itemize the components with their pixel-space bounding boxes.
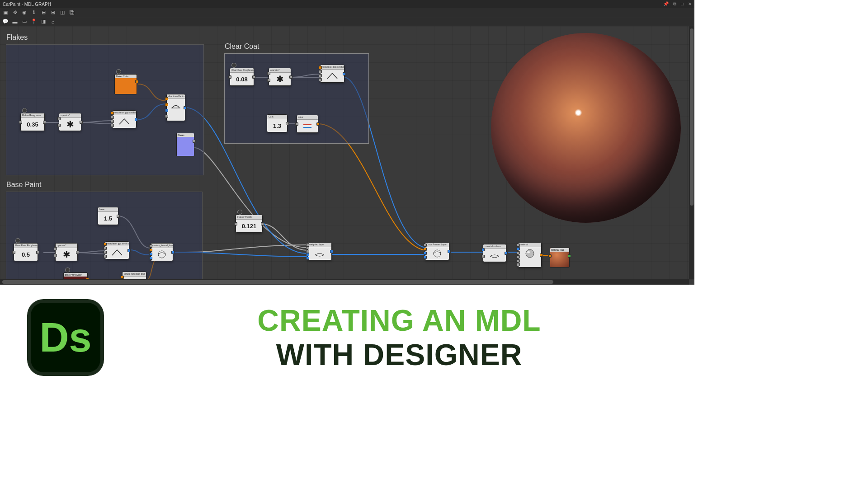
bsdf-icon bbox=[111, 246, 123, 259]
node-custom-layer[interactable]: Color Fresnel Layer bbox=[425, 242, 449, 260]
popout-icon[interactable]: ⧉ bbox=[673, 1, 676, 7]
frame-label: Clear Coat bbox=[225, 42, 259, 51]
sphere-icon bbox=[524, 247, 536, 260]
crop-icon[interactable]: ⿻ bbox=[69, 9, 75, 16]
node-cc-coat[interactable]: Coat 1.3 bbox=[267, 114, 288, 132]
vertical-scrollbar[interactable] bbox=[689, 26, 694, 279]
color-ramp-icon bbox=[301, 120, 314, 132]
node-output[interactable]: material (out) bbox=[550, 248, 570, 267]
select-icon[interactable]: ▣ bbox=[2, 9, 9, 16]
home-icon[interactable]: ⌂ bbox=[50, 19, 56, 25]
toolbar-row-2: 💬 ▬ ▭ 📍 ◨ ⌂ bbox=[0, 17, 694, 26]
pin-icon[interactable] bbox=[237, 210, 242, 215]
toolbar-row-1: ▣ ✥ ◉ ℹ ⊟ ⊞ ◫ ⿻ bbox=[0, 8, 694, 17]
info-icon[interactable]: ℹ bbox=[31, 9, 37, 16]
node-flakes-color[interactable]: Flakes Color bbox=[114, 74, 137, 94]
window-buttons: 📌 ⧉ □ ✕ bbox=[663, 1, 692, 7]
node-flakes-brdf[interactable]: microfacet ggx smith b... bbox=[112, 110, 137, 128]
svg-point-9 bbox=[526, 249, 534, 258]
node-weighted-layer[interactable]: weighted layer bbox=[307, 242, 332, 260]
surface-icon bbox=[488, 249, 501, 262]
designer-logo: Ds bbox=[27, 299, 104, 376]
node-bp-ior[interactable]: base 1.5 bbox=[98, 207, 118, 225]
camera-icon[interactable]: ◉ bbox=[21, 9, 28, 16]
node-bp-fresnel[interactable]: custom_fresnel_layer bbox=[151, 243, 173, 261]
layout-icon[interactable]: ⊞ bbox=[50, 9, 56, 16]
pin-icon[interactable] bbox=[231, 63, 236, 68]
node-surface-2[interactable]: material bbox=[518, 242, 542, 267]
fresnel-icon bbox=[431, 247, 443, 260]
preview-sphere bbox=[491, 33, 681, 223]
svg-point-8 bbox=[434, 250, 441, 257]
fresnel-icon bbox=[156, 248, 168, 261]
node-flakes-roughness[interactable]: Flakes Roughness 0.35 bbox=[20, 113, 45, 131]
pin-icon[interactable] bbox=[15, 238, 20, 243]
pin-icon[interactable] bbox=[65, 267, 70, 272]
titlebar: CarPaint - MDL GRAPH 📌 ⧉ □ ✕ bbox=[0, 0, 694, 8]
headline-2: WITH DESIGNER bbox=[276, 338, 523, 372]
node-bp-brdf[interactable]: microfacet ggx smith b... bbox=[105, 241, 129, 259]
node-directional-factor[interactable]: directional factor bbox=[166, 94, 185, 121]
pin-icon[interactable] bbox=[22, 108, 27, 113]
frame-label: Flakes bbox=[6, 33, 28, 42]
move-icon[interactable]: ✥ bbox=[12, 9, 18, 16]
frame-icon[interactable]: ▭ bbox=[21, 19, 28, 25]
svg-point-10 bbox=[527, 251, 530, 253]
frame-basepaint[interactable]: Base Paint bbox=[6, 192, 203, 285]
heatmap-icon[interactable]: ◨ bbox=[40, 19, 47, 25]
node-cc-mult[interactable]: operator* ✱ bbox=[269, 68, 291, 86]
frame-label: Base Paint bbox=[6, 181, 41, 189]
node-cc-color[interactable]: color bbox=[297, 115, 318, 133]
headline-1: CREATING AN MDL bbox=[257, 303, 541, 338]
graph-canvas[interactable]: Flakes Clear Coat Base Paint Flakes Roug… bbox=[0, 26, 694, 285]
node-flakes-mult[interactable]: operator* ✱ bbox=[59, 113, 81, 131]
align-icon[interactable]: ⊟ bbox=[40, 9, 47, 16]
dome-icon bbox=[170, 99, 182, 112]
snap-icon[interactable]: ◫ bbox=[59, 9, 66, 16]
window-title: CarPaint - MDL GRAPH bbox=[3, 2, 51, 7]
maximize-icon[interactable]: □ bbox=[681, 1, 684, 7]
node-cc-roughness[interactable]: Clear Coat Roughness 0.08 bbox=[230, 68, 254, 86]
layer-icon bbox=[313, 247, 326, 260]
minus-icon[interactable]: ▬ bbox=[12, 19, 18, 25]
footer-text: CREATING AN MDL WITH DESIGNER bbox=[131, 303, 667, 372]
node-flakes-weight[interactable]: Flakes Weight 0.121 bbox=[236, 215, 263, 233]
pin-tool-icon[interactable]: 📍 bbox=[31, 19, 37, 25]
footer-banner: Ds CREATING AN MDL WITH DESIGNER bbox=[0, 285, 694, 390]
pin-icon[interactable] bbox=[116, 69, 121, 74]
node-bp-mult[interactable]: operator* ✱ bbox=[55, 243, 78, 261]
close-icon[interactable]: ✕ bbox=[688, 1, 692, 7]
node-cc-brdf[interactable]: microfacet ggx smith b... bbox=[320, 65, 344, 83]
pin-icon[interactable]: 📌 bbox=[663, 1, 669, 7]
comment-icon[interactable]: 💬 bbox=[2, 19, 9, 25]
bsdf-icon bbox=[326, 70, 339, 82]
node-flakes-swatch[interactable]: Flakes bbox=[176, 133, 194, 156]
svg-point-7 bbox=[158, 251, 165, 258]
bsdf-icon bbox=[118, 115, 131, 128]
app-window: CarPaint - MDL GRAPH 📌 ⧉ □ ✕ ▣ ✥ ◉ ℹ ⊟ ⊞… bbox=[0, 0, 694, 285]
node-surface-1[interactable]: material surface bbox=[483, 244, 506, 262]
horizontal-scrollbar[interactable] bbox=[0, 279, 689, 285]
node-bp-roughness[interactable]: Base Paint Roughness 0.5 bbox=[14, 243, 38, 261]
